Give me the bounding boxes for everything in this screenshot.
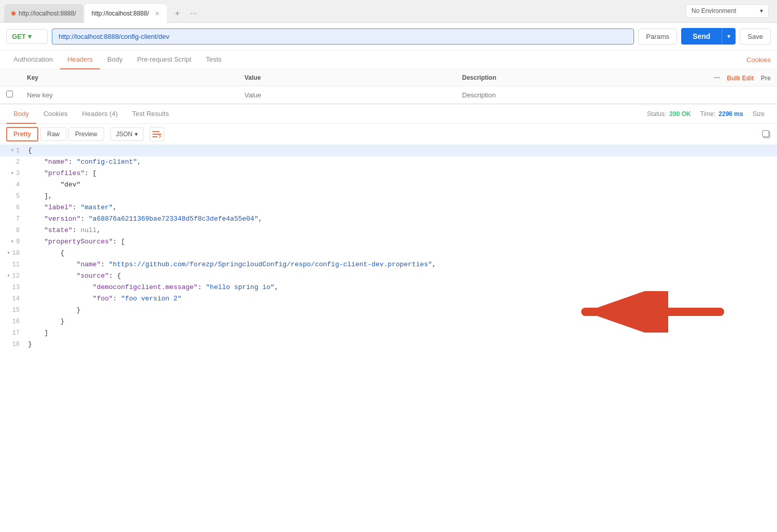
tab-headers[interactable]: Headers	[60, 50, 100, 69]
send-dropdown-button[interactable]: ▾	[722, 28, 736, 45]
send-button[interactable]: Send	[681, 28, 722, 45]
json-content-17: ]	[26, 327, 48, 339]
row-key-cell	[21, 87, 238, 104]
col-desc-header: Description	[456, 69, 673, 87]
json-content-7: "version": "a68876a6211369bae723348d5f8c…	[26, 213, 263, 225]
json-content-16: }	[26, 316, 64, 327]
time-value: 2296 ms	[718, 110, 743, 118]
json-content-2: "name": "config-client",	[26, 156, 141, 168]
col-key-header: Key	[21, 69, 238, 87]
json-line-4: 4 "dev"	[0, 179, 777, 191]
env-label: No Environment	[692, 7, 736, 15]
collapse-arrow-9[interactable]: ▾	[9, 236, 14, 248]
json-content-5: ],	[26, 191, 52, 202]
size-label: Size	[753, 110, 765, 118]
fmt-type-chevron-icon: ▾	[135, 131, 138, 138]
json-line-10: ▾10 {	[0, 248, 777, 259]
method-selector[interactable]: GET ▾	[6, 29, 48, 44]
json-line-8: 8 "state": null,	[0, 225, 777, 236]
headers-section: Key Value Description ··· Bulk Edit Pre	[0, 69, 777, 104]
new-value-input[interactable]	[244, 91, 450, 99]
new-desc-input[interactable]	[462, 91, 667, 99]
fmt-type-selector[interactable]: JSON ▾	[110, 127, 143, 141]
request-bar: GET ▾ Params Send ▾ Save	[0, 23, 777, 50]
headers-table: Key Value Description ··· Bulk Edit Pre	[0, 69, 777, 104]
method-chevron-icon: ▾	[28, 33, 32, 40]
tab-dot-1	[11, 11, 16, 16]
json-line-13: 13 "democonfigclient.message": "hello sp…	[0, 282, 777, 293]
request-tabs: Authorization Headers Body Pre-request S…	[0, 50, 777, 69]
fmt-pretty-button[interactable]: Pretty	[6, 127, 38, 141]
row-actions-cell	[673, 87, 777, 104]
json-line-6: 6 "label": "master",	[0, 202, 777, 213]
col-actions-header: ··· Bulk Edit Pre	[673, 69, 777, 87]
res-tab-body[interactable]: Body	[6, 105, 36, 124]
fmt-raw-button[interactable]: Raw	[40, 127, 66, 141]
json-line-9: ▾9 "propertySources": [	[0, 236, 777, 248]
tab-tests[interactable]: Tests	[198, 50, 228, 69]
res-tab-headers[interactable]: Headers (4)	[75, 105, 125, 124]
collapse-arrow-3[interactable]: ▾	[9, 168, 14, 179]
svg-rect-1	[152, 134, 162, 135]
send-button-group: Send ▾	[681, 28, 736, 45]
svg-rect-2	[152, 136, 157, 137]
env-chevron-icon: ▾	[760, 7, 763, 15]
tab-authorization[interactable]: Authorization	[6, 50, 60, 69]
collapse-arrow-12[interactable]: ▾	[5, 270, 10, 282]
bulk-edit-button[interactable]: Bulk Edit	[727, 75, 754, 82]
collapse-arrow-10[interactable]: ▾	[5, 248, 10, 259]
response-status-bar: Status: 200 OK Time: 2296 ms Size	[641, 110, 771, 118]
status-value: 200 OK	[669, 110, 690, 118]
header-new-row	[0, 87, 777, 104]
row-checkbox[interactable]	[0, 87, 21, 104]
browser-tabs-bar: http://localhost:8888/ http://localhost:…	[0, 0, 777, 23]
tab-pre-request[interactable]: Pre-request Script	[130, 50, 199, 69]
dots-button[interactable]: ···	[714, 74, 720, 82]
url-input[interactable]	[52, 28, 634, 45]
format-bar: Pretty Raw Preview JSON ▾	[0, 124, 777, 145]
res-tab-cookies[interactable]: Cookies	[36, 105, 75, 124]
json-content-8: "state": null,	[26, 225, 100, 236]
json-line-11: 11 "name": "https://github.com/forezp/Sp…	[0, 259, 777, 270]
tab-close-icon[interactable]: ×	[155, 9, 160, 18]
res-tab-test-results[interactable]: Test Results	[125, 105, 176, 124]
tab-body[interactable]: Body	[100, 50, 130, 69]
env-selector-wrapper: No Environment ▾	[686, 4, 769, 18]
json-line-1: ▾1{	[0, 145, 777, 156]
json-line-16: 16 }	[0, 316, 777, 327]
json-content-4: "dev"	[26, 179, 80, 191]
svg-rect-4	[762, 131, 769, 137]
json-line-15: 15 }	[0, 305, 777, 316]
fmt-wrap-icon[interactable]	[150, 127, 164, 141]
tab-2-label: http://localhost:8888/	[92, 10, 149, 17]
tab-1-label: http://localhost:8888/	[19, 10, 76, 17]
json-line-7: 7 "version": "a68876a6211369bae723348d5f…	[0, 213, 777, 225]
json-line-5: 5 ],	[0, 191, 777, 202]
tab-actions: + ···	[172, 8, 200, 19]
json-content-3: "profiles": [	[26, 168, 97, 179]
json-line-17: 17 ]	[0, 327, 777, 339]
tab-more-icon[interactable]: ···	[187, 8, 200, 19]
tab-2[interactable]: http://localhost:8888/ ×	[84, 4, 167, 23]
col-checkbox	[0, 69, 21, 87]
json-response-area: ▾1{2 "name": "config-client",▾3 "profile…	[0, 145, 777, 373]
row-checkbox-input[interactable]	[6, 91, 13, 97]
col-value-header: Value	[238, 69, 456, 87]
pre-button[interactable]: Pre	[761, 75, 771, 82]
new-key-input[interactable]	[27, 91, 232, 99]
tab-add-icon[interactable]: +	[172, 8, 183, 19]
save-button[interactable]: Save	[740, 28, 771, 45]
json-content-10: {	[26, 248, 64, 259]
copy-icon-area[interactable]	[761, 130, 771, 139]
tab-cookies[interactable]: Cookies	[746, 51, 771, 69]
tab-1[interactable]: http://localhost:8888/	[4, 4, 83, 23]
collapse-arrow-1[interactable]: ▾	[9, 145, 14, 156]
response-tabs-bar: Body Cookies Headers (4) Test Results St…	[0, 104, 777, 124]
fmt-preview-button[interactable]: Preview	[68, 127, 104, 141]
params-button[interactable]: Params	[638, 28, 677, 45]
json-content-1: {	[26, 145, 32, 156]
json-content-13: "democonfigclient.message": "hello sprin…	[26, 282, 279, 293]
row-value-cell	[238, 87, 456, 104]
env-selector[interactable]: No Environment ▾	[686, 4, 769, 18]
json-line-14: 14 "foo": "foo version 2"	[0, 293, 777, 305]
